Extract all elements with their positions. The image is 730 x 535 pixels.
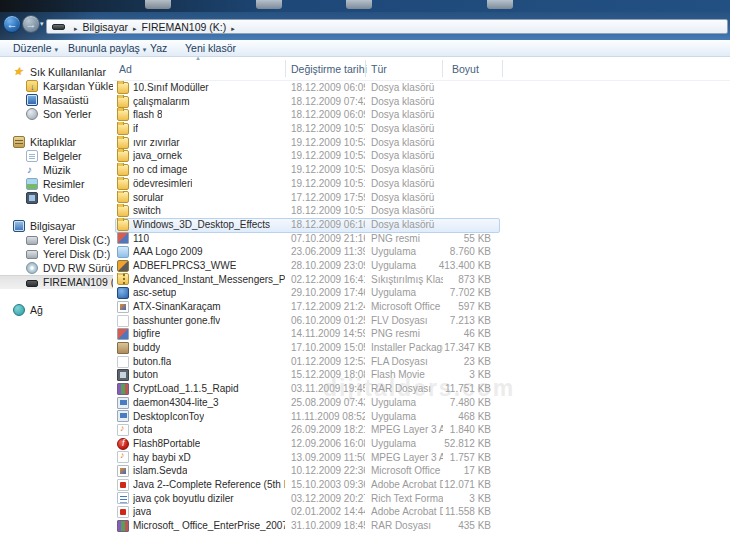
sidebar-item[interactable]: DVD RW Sürücüsü (E:) — [0, 261, 113, 275]
file-name-cell: ADBEFLPRCS3_WWE — [117, 259, 285, 273]
toolbar-item[interactable]: Düzenle▾ — [13, 42, 58, 54]
sidebar-item[interactable]: Yerel Disk (D:) — [0, 247, 113, 261]
list-item[interactable]: ödevresimleri19.12.2009 10:51Dosya klasö… — [113, 177, 730, 191]
list-item[interactable]: java çok boyutlu diziler03.12.2009 20:27… — [113, 492, 730, 506]
sidebar-group-header[interactable]: Bilgisayar — [0, 219, 113, 233]
sidebar-item-label: Belgeler — [43, 150, 82, 162]
list-item[interactable]: CryptLoad_1.1.5_Rapid03.11.2009 19:45RAR… — [113, 382, 730, 396]
list-item[interactable]: if18.12.2009 10:57Dosya klasörü — [113, 122, 730, 136]
sidebar-group: BilgisayarYerel Disk (C:)Yerel Disk (D:)… — [0, 219, 113, 289]
list-item[interactable]: hay baybi xD13.09.2009 11:50MPEG Layer 3… — [113, 451, 730, 465]
column-header-row: ▲ Ad Değiştirme tarihi Tür Boyut — [113, 57, 730, 81]
column-header-name[interactable]: Ad — [119, 63, 132, 75]
column-header-size[interactable]: Boyut — [452, 63, 479, 75]
sidebar-item-label: Karşıdan Yüklemeler — [43, 80, 113, 92]
music-icon — [26, 164, 38, 176]
list-item[interactable]: Windows_3D_Desktop_Effects18.12.2009 06:… — [113, 218, 730, 232]
sidebar-item[interactable]: Video — [0, 191, 113, 205]
list-item[interactable]: basshunter gone.flv06.10.2009 01:25FLV D… — [113, 314, 730, 328]
list-item[interactable]: switch18.12.2009 10:57Dosya klasörü — [113, 204, 730, 218]
list-item[interactable]: flash 818.12.2009 06:09Dosya klasörü — [113, 108, 730, 122]
list-item[interactable]: 10.Sınıf Modüller18.12.2009 06:09Dosya k… — [113, 81, 730, 95]
back-button[interactable]: ← — [3, 15, 21, 33]
column-header-date[interactable]: Değiştirme tarihi — [291, 63, 367, 75]
list-item[interactable]: java02.01.2002 14:44Adobe Acrobat D...11… — [113, 505, 730, 519]
forward-button[interactable]: → — [22, 15, 40, 33]
list-item[interactable]: Microsoft_ Office_EnterPrise_2007_ activ… — [113, 519, 730, 533]
list-item[interactable]: ATX-SinanKaraçam17.12.2009 21:24Microsof… — [113, 300, 730, 314]
file-size-cell: 3 KB — [413, 368, 491, 382]
sidebar-item[interactable]: Masaüstü — [0, 93, 113, 107]
folder-icon — [117, 219, 129, 231]
file-name: java_ornek — [133, 149, 182, 163]
sidebar-group-header[interactable]: Kitaplıklar — [0, 135, 113, 149]
list-item[interactable]: bigfire14.11.2009 14:59PNG resmi46 KB — [113, 327, 730, 341]
sidebar-item-label: Yerel Disk (D:) — [43, 248, 110, 260]
toolbar-item[interactable]: Bununla paylaş▾ — [68, 42, 146, 54]
file-name: islam.Sevda — [133, 464, 187, 478]
sidebar-item[interactable]: Resimler — [0, 177, 113, 191]
list-item[interactable]: Advanced_Instant_Messengers_Password...0… — [113, 273, 730, 287]
list-item[interactable]: islam.Sevda10.12.2009 22:36Microsoft Off… — [113, 464, 730, 478]
installer-icon — [117, 342, 129, 354]
list-item[interactable]: asc-setup29.10.2009 17:46Uygulama7.702 K… — [113, 286, 730, 300]
sidebar-group-header[interactable]: Ağ — [0, 303, 113, 317]
file-size-cell: 1.840 KB — [413, 423, 491, 437]
column-separator[interactable] — [502, 60, 503, 77]
file-date-cell: 03.12.2009 20:27 — [291, 492, 365, 506]
sidebar-item[interactable]: Karşıdan Yüklemeler — [0, 79, 113, 93]
list-item[interactable]: çalışmalarım18.12.2009 07:42Dosya klasör… — [113, 95, 730, 109]
file-name-cell: islam.Sevda — [117, 464, 285, 478]
file-name-cell: java — [117, 505, 285, 519]
sidebar-item[interactable]: Belgeler — [0, 149, 113, 163]
list-item[interactable]: Java 2--Complete Reference (5th Ed 2002)… — [113, 478, 730, 492]
breadcrumb-item[interactable]: Bilgisayar — [83, 21, 129, 33]
column-separator[interactable] — [365, 60, 366, 77]
list-item[interactable]: no cd image19.12.2009 10:53Dosya klasörü — [113, 163, 730, 177]
list-item[interactable]: AAA Logo 200923.06.2009 11:39Uygulama8.7… — [113, 245, 730, 259]
background-window-icon — [256, 0, 282, 9]
file-size-cell — [413, 81, 491, 95]
list-item[interactable]: sorular17.12.2009 17:59Dosya klasörü — [113, 191, 730, 205]
sidebar-group-header[interactable]: Sık Kullanılanlar — [0, 65, 113, 79]
sidebar-group-label: Ağ — [30, 304, 43, 316]
recent-pages-chevron-icon[interactable]: ▾ — [40, 20, 44, 28]
column-separator[interactable] — [285, 60, 286, 77]
sidebar-item[interactable]: Müzik — [0, 163, 113, 177]
address-bar[interactable]: ▸Bilgisayar▸FIREMAN109 (K:)▸ — [46, 19, 728, 34]
list-item[interactable]: DesktopIconToy11.11.2009 08:52Uygulama46… — [113, 410, 730, 424]
breadcrumb-separator-icon[interactable]: ▸ — [133, 25, 137, 32]
breadcrumb-item[interactable]: FIREMAN109 (K:) — [142, 21, 227, 33]
file-name: no cd image — [133, 163, 187, 177]
rar-icon — [117, 383, 129, 395]
sidebar-item[interactable]: Son Yerler — [0, 107, 113, 121]
file-name: asc-setup — [133, 286, 176, 300]
sidebar-item[interactable]: Yerel Disk (C:) — [0, 233, 113, 247]
setup-icon — [117, 260, 129, 272]
column-separator[interactable] — [442, 60, 443, 77]
file-date-cell: 26.09.2009 18:21 — [291, 423, 365, 437]
list-item[interactable]: java_ornek19.12.2009 10:53Dosya klasörü — [113, 149, 730, 163]
file-size-cell — [413, 191, 491, 205]
disk-icon — [26, 250, 38, 259]
list-item[interactable]: ıvır zıvırlar19.12.2009 10:53Dosya klasö… — [113, 136, 730, 150]
list-item[interactable]: 11007.10.2009 21:16PNG resmi55 KB — [113, 232, 730, 246]
sidebar-item-label: Video — [43, 192, 70, 204]
column-header-type[interactable]: Tür — [371, 63, 387, 75]
list-item[interactable]: buton15.12.2009 18:08Flash Movie3 KB — [113, 368, 730, 382]
list-item[interactable]: Flash8Portable12.09.2006 16:08Uygulama52… — [113, 437, 730, 451]
usb-drive-icon — [26, 280, 38, 287]
file-name: switch — [133, 204, 161, 218]
breadcrumb-separator-icon[interactable]: ▸ — [231, 25, 235, 32]
list-item[interactable]: ADBEFLPRCS3_WWE28.10.2009 23:09Uygulama4… — [113, 259, 730, 273]
list-item[interactable]: dota26.09.2009 18:21MPEG Layer 3 Aud...1… — [113, 423, 730, 437]
blank-icon — [117, 356, 129, 368]
sidebar-item[interactable]: FIREMAN109 (K:) — [0, 275, 113, 289]
list-item[interactable]: buton.fla01.12.2009 12:53FLA Dosyası23 K… — [113, 355, 730, 369]
toolbar-item[interactable]: Yaz — [150, 42, 167, 54]
list-item[interactable]: daemon4304-lite_325.08.2009 07:43Uygulam… — [113, 396, 730, 410]
toolbar-item[interactable]: Yeni klasör — [185, 42, 236, 54]
recent-icon — [26, 108, 38, 120]
list-item[interactable]: buddy17.10.2009 15:05Installer Package17… — [113, 341, 730, 355]
file-date-cell: 13.09.2009 11:50 — [291, 451, 365, 465]
